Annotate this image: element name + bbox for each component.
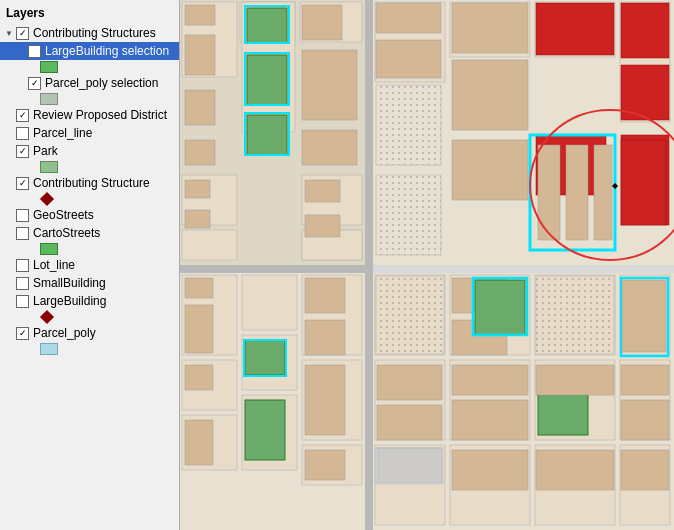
- svg-rect-73: [305, 278, 345, 313]
- svg-rect-29: [180, 265, 365, 273]
- layer-name: GeoStreets: [33, 208, 94, 222]
- layer-item-largebuilding[interactable]: LargeBuilding: [0, 292, 179, 310]
- svg-rect-7: [247, 8, 287, 43]
- layer-checkbox[interactable]: [16, 145, 29, 158]
- layer-item-parcel-line[interactable]: Parcel_line: [0, 124, 179, 142]
- layer-checkbox[interactable]: [16, 109, 29, 122]
- svg-rect-28: [305, 215, 340, 237]
- svg-rect-51: [566, 145, 588, 240]
- svg-rect-67: [185, 305, 213, 353]
- svg-rect-37: [621, 3, 669, 58]
- layer-swatch-row-parcel-poly: [0, 342, 179, 356]
- layer-checkbox[interactable]: [16, 209, 29, 222]
- layer-name: LargeBuilding selection: [45, 44, 169, 58]
- svg-rect-13: [185, 5, 215, 25]
- svg-rect-110: [375, 448, 443, 484]
- layer-item-small-building[interactable]: SmallBuilding: [0, 274, 179, 292]
- svg-rect-98: [622, 280, 666, 352]
- layer-checkbox[interactable]: [16, 177, 29, 190]
- svg-rect-66: [185, 278, 213, 298]
- layer-name: Review Proposed District: [33, 108, 167, 122]
- svg-rect-108: [536, 450, 614, 490]
- color-swatch: [40, 61, 58, 73]
- layer-name: Contributing Structures: [33, 26, 156, 40]
- svg-rect-41: [376, 3, 441, 33]
- layer-checkbox[interactable]: [16, 327, 29, 340]
- svg-rect-55: [621, 140, 666, 225]
- svg-rect-103: [621, 400, 669, 440]
- svg-rect-99: [452, 365, 528, 395]
- layer-checkbox[interactable]: [16, 127, 29, 140]
- layer-item-parcel-poly[interactable]: Parcel_poly: [0, 324, 179, 342]
- svg-rect-46: [376, 85, 441, 165]
- svg-rect-21: [182, 230, 237, 260]
- svg-rect-70: [245, 340, 285, 375]
- svg-rect-75: [305, 365, 345, 435]
- svg-rect-30: [365, 0, 373, 530]
- map-area: [180, 0, 674, 530]
- layer-checkbox[interactable]: [28, 77, 41, 90]
- svg-rect-18: [302, 50, 357, 120]
- layer-name: Lot_line: [33, 258, 75, 272]
- layer-item-review-proposed-district[interactable]: Review Proposed District: [0, 106, 179, 124]
- svg-rect-107: [452, 450, 528, 490]
- svg-rect-19: [302, 130, 357, 165]
- svg-rect-104: [377, 365, 442, 400]
- svg-rect-52: [594, 145, 612, 240]
- svg-rect-43: [452, 3, 528, 53]
- diamond-icon: [40, 192, 54, 206]
- svg-rect-26: [185, 210, 210, 228]
- layer-item-parcel-poly-selection[interactable]: Parcel_poly selection: [0, 74, 179, 92]
- svg-rect-27: [305, 180, 340, 202]
- panel-title: Layers: [0, 4, 179, 24]
- layer-name: LargeBuilding: [33, 294, 106, 308]
- color-swatch: [40, 343, 58, 355]
- layer-item-largebuilding-selection[interactable]: LargeBuilding selection: [0, 42, 179, 60]
- layers-panel[interactable]: Layers ▼Contributing StructuresLargeBuil…: [0, 0, 180, 530]
- svg-rect-45: [452, 140, 528, 200]
- layer-name: Contributing Structure: [33, 176, 150, 190]
- layer-name: Park: [33, 144, 58, 158]
- layer-swatch-row-parcel-poly-selection: [0, 92, 179, 106]
- layer-checkbox[interactable]: [16, 259, 29, 272]
- layer-swatch-row-park: [0, 160, 179, 174]
- svg-rect-8: [247, 55, 287, 105]
- svg-rect-91: [536, 276, 614, 354]
- layers-list: ▼Contributing StructuresLargeBuilding se…: [0, 24, 179, 356]
- svg-rect-44: [452, 60, 528, 130]
- color-swatch: [40, 93, 58, 105]
- svg-rect-15: [185, 90, 215, 125]
- layer-item-contributing-structures[interactable]: ▼Contributing Structures: [0, 24, 179, 42]
- layer-item-geostreets[interactable]: GeoStreets: [0, 206, 179, 224]
- svg-rect-101: [536, 365, 614, 395]
- color-swatch: [40, 161, 58, 173]
- diamond-icon: [40, 310, 54, 324]
- svg-rect-14: [185, 35, 215, 75]
- layer-checkbox[interactable]: [28, 45, 41, 58]
- svg-rect-68: [185, 365, 213, 390]
- svg-rect-69: [185, 420, 213, 465]
- svg-rect-102: [621, 365, 669, 395]
- svg-rect-109: [621, 450, 669, 490]
- layer-swatch-row: [0, 242, 179, 256]
- layer-checkbox[interactable]: [16, 295, 29, 308]
- svg-rect-105: [377, 405, 442, 440]
- layer-item-park[interactable]: Park: [0, 142, 179, 160]
- layer-item-lot-line[interactable]: Lot_line: [0, 256, 179, 274]
- layer-item-cartostreets[interactable]: CartoStreets: [0, 224, 179, 242]
- layer-checkbox[interactable]: [16, 227, 29, 240]
- layer-name: SmallBuilding: [33, 276, 106, 290]
- svg-rect-60: [242, 275, 297, 330]
- layer-checkbox[interactable]: [16, 277, 29, 290]
- expand-icon[interactable]: ▼: [4, 28, 14, 38]
- layer-swatch-row-largebuilding: [0, 310, 179, 324]
- svg-rect-47: [376, 175, 441, 255]
- layer-item-contributing-structure[interactable]: Contributing Structure: [0, 174, 179, 192]
- svg-rect-74: [305, 320, 345, 355]
- svg-rect-94: [475, 280, 525, 335]
- layer-name: Parcel_line: [33, 126, 92, 140]
- layer-name: CartoStreets: [33, 226, 100, 240]
- svg-rect-9: [247, 115, 287, 155]
- svg-rect-17: [302, 5, 342, 40]
- layer-checkbox[interactable]: [16, 27, 29, 40]
